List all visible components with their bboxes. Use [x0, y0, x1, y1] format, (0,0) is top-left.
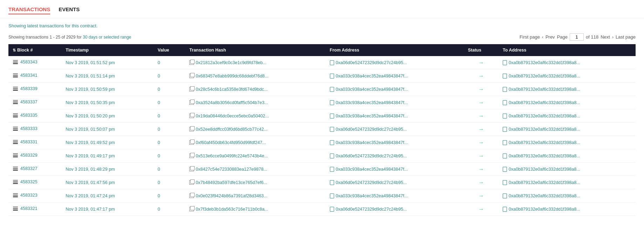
block-number[interactable]: 4583331	[20, 139, 38, 144]
nav-events[interactable]: EVENTS	[59, 6, 80, 14]
to-address-link[interactable]: 0xa0b879132e0af6c332dd1f398a8...	[509, 140, 580, 145]
table-container: ⇅Block # Timestamp Value Transaction Has…	[0, 44, 644, 216]
from-cell: 0xa06d0e52472329d9dc27c24b95...	[326, 56, 464, 69]
showing-info-bar: Showing transactions 1 - 25 of 2929 for …	[0, 31, 644, 44]
copy-icon	[189, 207, 194, 211]
hash-link[interactable]: 0x683457e8abb999dc68ddebf76d8...	[196, 74, 268, 79]
from-address-link[interactable]: 0xa033c938a4cec352ea49843847f...	[336, 74, 408, 79]
first-page-link[interactable]: First page	[520, 34, 540, 40]
hash-link[interactable]: 0x7b48492ba597dfe13ce765d7ef6...	[196, 180, 267, 185]
value-cell: 0	[154, 109, 185, 123]
from-address-link[interactable]: 0xa033c938a4cec352ea49843847f...	[336, 100, 408, 105]
svg-rect-29	[13, 180, 18, 181]
svg-rect-0	[13, 63, 18, 64]
hash-link[interactable]: 0xf60af450db63c4fd950d99fdf247...	[196, 140, 266, 145]
hash-link[interactable]: 0x28c54c6b1ca5358e3fd674d9bdc...	[196, 87, 267, 92]
hash-cell: 0x19da08446dc0ecce5ebc0a50402...	[185, 109, 325, 123]
to-address-link[interactable]: 0xa0b879132e0af6c332dd1f398a8...	[509, 74, 580, 79]
timestamp-cell: Nov 3 2019, 01:51:52 pm	[61, 56, 154, 69]
from-address-link[interactable]: 0xa06d0e52472329d9dc27c24b95...	[336, 207, 407, 212]
from-address-link[interactable]: 0xa033c938a4cec352ea49843847f...	[336, 114, 408, 118]
to-doc-icon	[503, 193, 507, 198]
from-address-link[interactable]: 0xa06d0e52472329d9dc27c24b95...	[336, 127, 407, 132]
to-doc-icon	[503, 114, 507, 118]
copy-icon	[189, 140, 194, 145]
to-address-link[interactable]: 0xa0b879132e0af6c332dd1f398a8...	[509, 60, 580, 65]
value-cell: 0	[154, 189, 185, 203]
from-address-link[interactable]: 0xa033c938a4cec352ea49843847f...	[336, 167, 408, 172]
value-cell: 0	[154, 69, 185, 83]
block-number[interactable]: 4583341	[20, 73, 38, 78]
block-cell: 4583327	[8, 163, 61, 176]
svg-rect-24	[13, 170, 18, 171]
timestamp-cell: Nov 3 2019, 01:51:14 pm	[61, 69, 154, 83]
table-row: 4583339 Nov 3 2019, 01:50:59 pm 0 0x28c5…	[8, 83, 636, 96]
from-address-link[interactable]: 0xa033c938a4cec352ea49843847f...	[336, 140, 408, 145]
value-cell: 0	[154, 176, 185, 189]
hash-cell: 0x0e023f9424b86a7391af28d3463...	[185, 189, 325, 203]
doc-icon	[330, 127, 334, 132]
hash-link[interactable]: 0x7f3deb3b1da563c716e711b0c8a...	[196, 207, 268, 212]
block-number[interactable]: 4583325	[20, 179, 38, 184]
from-address-link[interactable]: 0xa06d0e52472329d9dc27c24b95...	[336, 180, 407, 185]
to-address-link[interactable]: 0xa0b879132e0af6c332dd1f398a8...	[509, 207, 580, 212]
next-page-link[interactable]: Next	[601, 34, 610, 40]
block-number[interactable]: 4583335	[20, 113, 38, 118]
svg-rect-23	[13, 153, 18, 154]
timestamp-cell: Nov 3 2019, 01:47:56 pm	[61, 176, 154, 189]
block-number[interactable]: 4583321	[20, 206, 38, 211]
from-address-link[interactable]: 0xa06d0e52472329d9dc27c24b95...	[336, 60, 407, 65]
stack-icon	[13, 59, 18, 65]
from-address-link[interactable]: 0xa06d0e52472329d9dc27c24b95...	[336, 154, 407, 158]
to-address-link[interactable]: 0xa0b879132e0af6c332dd1f398a8...	[509, 100, 580, 105]
to-address-link[interactable]: 0xa0b879132e0af6c332dd1f398a8...	[509, 87, 580, 92]
copy-icon	[189, 167, 194, 171]
hash-link[interactable]: 0x513e6cce9a0499fc224e5743b4e...	[196, 154, 268, 158]
doc-icon	[330, 100, 334, 105]
to-address-link[interactable]: 0xa0b879132e0af6c332dd1f398a8...	[509, 114, 580, 118]
block-number[interactable]: 4583327	[20, 166, 38, 171]
copy-icon	[189, 127, 194, 131]
hash-link[interactable]: 0xa3524a8b3056cd0faff5c504b7e3...	[196, 100, 268, 105]
to-cell: 0xa0b879132e0af6c332dd1f398a8...	[499, 149, 636, 163]
svg-rect-3	[13, 76, 18, 77]
to-address-link[interactable]: 0xa0b879132e0af6c332dd1f398a8...	[509, 167, 580, 172]
block-number[interactable]: 4583337	[20, 100, 38, 104]
hash-link[interactable]: 0x19da08446dc0ecce5ebc0a50402...	[196, 114, 269, 118]
to-doc-icon	[503, 140, 507, 145]
svg-rect-10	[13, 102, 18, 103]
to-address-link[interactable]: 0xa0b879132e0af6c332dd1f398a8...	[509, 154, 580, 158]
table-row: 4583321 Nov 3 2019, 01:47:17 pm 0 0x7f3d…	[8, 203, 636, 216]
to-address-link[interactable]: 0xa0b879132e0af6c332dd1f398a8...	[509, 180, 580, 185]
hash-cell: 0x7f3deb3b1da563c716e711b0c8a...	[185, 203, 325, 216]
to-address-link[interactable]: 0xa0b879132e0af6c332dd1f398a8...	[509, 193, 580, 198]
hash-cell: 0x513e6cce9a0499fc224e5743b4e...	[185, 149, 325, 163]
hash-link[interactable]: 0x52ee8ddffcc03f0d6bd85cb77c42...	[196, 127, 267, 132]
copy-icon	[189, 100, 194, 105]
block-number[interactable]: 4583333	[20, 126, 38, 131]
pagination: First page ‹ Prev Page of 118 Next › Las…	[520, 33, 636, 41]
hash-link[interactable]: 0x21812a3cef9c0c3e1c9d9fd78eb...	[196, 60, 266, 65]
subtitle: Showing latest transactions for this con…	[0, 18, 644, 31]
to-address-link[interactable]: 0xa0b879132e0af6c332dd1f398a8...	[509, 127, 580, 132]
from-address-link[interactable]: 0xa033c938a4cec352ea49843847f...	[336, 193, 408, 198]
from-address-link[interactable]: 0xa033c938a4cec352ea49843847f...	[336, 87, 408, 92]
arrow-right-icon: →	[478, 113, 484, 119]
page-label: Page	[557, 34, 568, 40]
svg-rect-18	[13, 143, 18, 144]
doc-icon	[330, 207, 334, 212]
prev-page-link[interactable]: Prev	[545, 34, 555, 40]
hash-link[interactable]: 0x0e023f9424b86a7391af28d3463...	[196, 193, 267, 198]
arrow-right-icon: →	[478, 153, 484, 159]
range-link[interactable]: 30 days or selected range	[83, 35, 131, 40]
block-number[interactable]: 4583323	[20, 193, 38, 198]
last-page-link[interactable]: Last page	[616, 34, 636, 40]
block-number[interactable]: 4583343	[20, 60, 38, 64]
page-input[interactable]	[570, 33, 584, 41]
block-number[interactable]: 4583339	[20, 86, 38, 91]
nav-transactions[interactable]: TRANSACTIONS	[8, 6, 50, 14]
status-cell: →	[464, 203, 499, 216]
hash-link[interactable]: 0x8427c54e72330883ea127e9878...	[196, 167, 267, 172]
to-doc-icon	[503, 100, 507, 105]
block-number[interactable]: 4583329	[20, 153, 38, 158]
